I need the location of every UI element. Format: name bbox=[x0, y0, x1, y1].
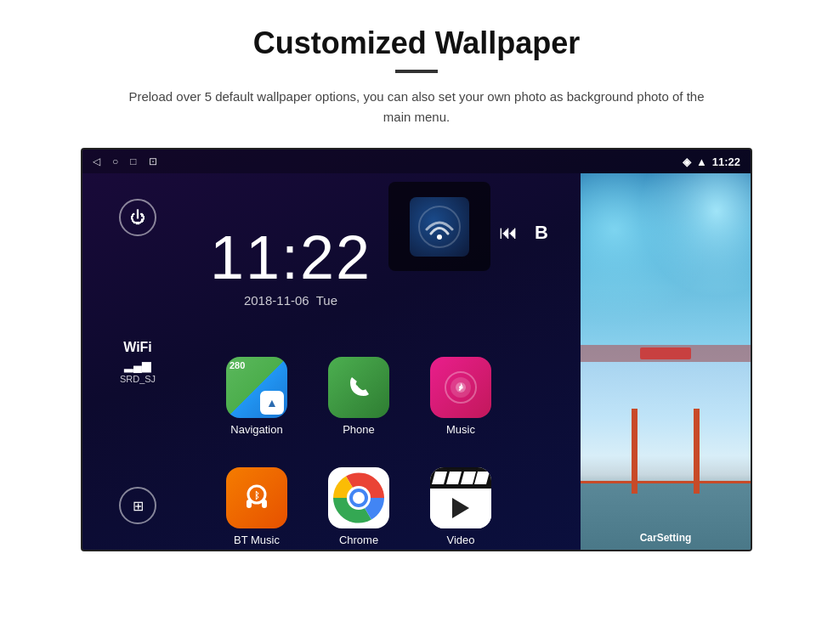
svg-point-1 bbox=[437, 234, 442, 240]
app-navigation[interactable]: 280 ▲ Navigation bbox=[210, 345, 303, 447]
app-btmusic[interactable]: ᛒ BT Music bbox=[210, 455, 303, 551]
music-note-icon: ♪ bbox=[444, 370, 478, 404]
nav-road-label: 280 bbox=[230, 360, 245, 370]
clock-date: 2018-11-06 Tue bbox=[244, 293, 337, 308]
title-divider bbox=[395, 70, 438, 73]
wallpaper-bridge[interactable]: CarSetting bbox=[581, 362, 751, 551]
status-bar: ◁ ○ □ ⊡ ◈ ▲ 11:22 bbox=[82, 150, 751, 173]
device-container: ◁ ○ □ ⊡ ◈ ▲ 11:22 ⏻ WiFi ▂▄▆ SRD_SJ bbox=[51, 148, 782, 551]
bluetooth-headphone-icon: ᛒ bbox=[240, 481, 274, 515]
svg-rect-9 bbox=[262, 500, 267, 508]
play-triangle-icon bbox=[452, 498, 469, 518]
chrome-app-icon bbox=[328, 467, 389, 528]
wifi-info: WiFi ▂▄▆ SRD_SJ bbox=[120, 340, 156, 384]
bridge-scene-image: CarSetting bbox=[581, 362, 751, 551]
app-grid: 280 ▲ Navigation Phone bbox=[193, 345, 524, 551]
music-label: Music bbox=[446, 423, 475, 436]
video-label: Video bbox=[446, 534, 474, 546]
phone-app-icon bbox=[328, 357, 389, 418]
camera-icon: ⊡ bbox=[149, 155, 157, 167]
nav-compass-icon: ▲ bbox=[260, 391, 284, 415]
wifi-bars-icon: ▂▄▆ bbox=[120, 359, 156, 372]
clapper-stripe-1 bbox=[432, 472, 447, 484]
app-music[interactable]: ♪ Music bbox=[414, 345, 507, 447]
status-time: 11:22 bbox=[712, 155, 740, 168]
navigation-app-icon: 280 ▲ bbox=[226, 357, 287, 418]
btmusic-label: BT Music bbox=[234, 534, 280, 546]
signal-icon: ▲ bbox=[696, 155, 707, 168]
music-app-icon: ♪ bbox=[430, 357, 491, 418]
overview-square-icon: □ bbox=[130, 155, 136, 167]
clapper-board-icon bbox=[430, 467, 491, 528]
svg-text:♪: ♪ bbox=[457, 379, 464, 393]
chrome-label: Chrome bbox=[339, 534, 378, 546]
clapper-stripe-4 bbox=[474, 472, 490, 484]
app-phone[interactable]: Phone bbox=[312, 345, 405, 447]
svg-text:ᛒ: ᛒ bbox=[254, 490, 260, 500]
svg-point-14 bbox=[353, 492, 365, 504]
android-screen: ◁ ○ □ ⊡ ◈ ▲ 11:22 ⏻ WiFi ▂▄▆ SRD_SJ bbox=[81, 148, 752, 551]
media-icon bbox=[410, 197, 469, 257]
wifi-label: WiFi bbox=[120, 340, 156, 355]
media-widget bbox=[388, 182, 490, 271]
wifi-ssid: SRD_SJ bbox=[120, 374, 156, 384]
back-arrow-icon: ◁ bbox=[93, 155, 100, 167]
clapper-stripe-3 bbox=[460, 472, 475, 484]
media-controls: ⏮ B bbox=[499, 222, 548, 244]
svg-rect-8 bbox=[246, 500, 252, 508]
location-icon: ◈ bbox=[683, 155, 691, 168]
prev-track-icon[interactable]: ⏮ bbox=[499, 222, 518, 244]
car-setting-label: CarSetting bbox=[640, 532, 692, 544]
clapper-top bbox=[430, 467, 491, 489]
phone-handset-icon bbox=[342, 370, 376, 404]
video-app-icon bbox=[430, 467, 491, 528]
clapper-bottom bbox=[430, 489, 491, 528]
phone-label: Phone bbox=[343, 423, 375, 436]
apps-button[interactable]: ⊞ bbox=[119, 487, 156, 524]
btmusic-app-icon: ᛒ bbox=[226, 467, 287, 528]
status-right: ◈ ▲ 11:22 bbox=[683, 155, 740, 168]
chrome-logo-icon bbox=[328, 467, 389, 528]
app-chrome[interactable]: Chrome bbox=[312, 455, 405, 551]
navigation-label: Navigation bbox=[230, 423, 282, 436]
wallpaper-ice-cave[interactable] bbox=[581, 173, 751, 362]
status-left: ◁ ○ □ ⊡ bbox=[93, 155, 157, 167]
page-subtitle: Preload over 5 default wallpaper options… bbox=[119, 87, 714, 127]
app-video[interactable]: Video bbox=[414, 455, 507, 551]
clock-area: 11:22 2018-11-06 Tue bbox=[193, 173, 388, 343]
wallpaper-thumbnails: CarSetting bbox=[581, 173, 751, 550]
power-button[interactable]: ⏻ bbox=[119, 199, 156, 236]
left-sidebar: ⏻ WiFi ▂▄▆ SRD_SJ ⊞ bbox=[82, 173, 193, 550]
clock-time: 11:22 bbox=[210, 227, 371, 288]
home-circle-icon: ○ bbox=[112, 155, 118, 167]
clapper-stripe-2 bbox=[446, 472, 462, 484]
page-title: Customized Wallpaper bbox=[51, 25, 782, 61]
wifi-signal-icon bbox=[418, 206, 461, 248]
next-track-label: B bbox=[535, 222, 548, 244]
ice-cave-image bbox=[581, 173, 751, 362]
